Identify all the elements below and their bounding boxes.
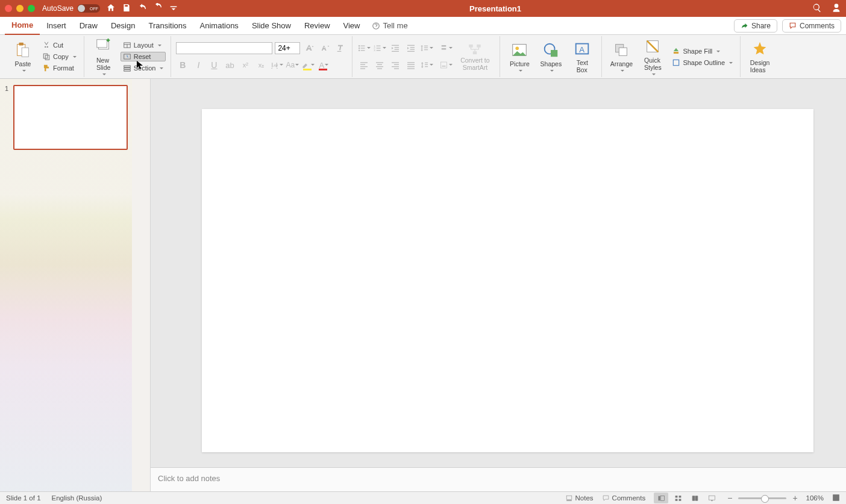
fit-to-window-button[interactable]	[832, 494, 840, 503]
tab-transitions[interactable]: Transitions	[142, 17, 193, 35]
autosave-label: AutoSave	[42, 4, 74, 13]
decrease-indent-icon[interactable]	[389, 42, 402, 55]
quick-styles-button[interactable]: Quick Styles	[638, 37, 667, 76]
home-icon[interactable]	[106, 3, 116, 14]
slide-thumbnail-pane[interactable]: 1	[0, 79, 151, 491]
justify-icon[interactable]	[404, 58, 418, 72]
language-status[interactable]: English (Russia)	[52, 494, 102, 502]
strikethrough-icon[interactable]: ab	[223, 58, 236, 72]
svg-text:3: 3	[374, 49, 376, 52]
font-name-input[interactable]	[176, 42, 272, 54]
tab-slideshow[interactable]: Slide Show	[245, 17, 298, 35]
maximize-window-button[interactable]	[28, 5, 35, 12]
shapes-button[interactable]: Shapes	[536, 41, 565, 72]
line-spacing-icon[interactable]	[420, 42, 433, 55]
tell-me[interactable]: Tell me	[372, 21, 408, 30]
autosave-toggle[interactable]: AutoSave OFF	[42, 4, 100, 13]
save-icon[interactable]	[122, 3, 131, 14]
tab-animations[interactable]: Animations	[193, 17, 245, 35]
align-right-icon[interactable]	[389, 58, 402, 72]
font-size-input[interactable]	[275, 42, 300, 54]
svg-rect-28	[392, 45, 399, 46]
cut-button[interactable]: Cut	[40, 40, 79, 50]
zoom-in-button[interactable]: +	[792, 493, 797, 503]
picture-button[interactable]: Picture	[505, 41, 534, 72]
close-window-button[interactable]	[5, 5, 12, 12]
svg-rect-21	[361, 50, 365, 51]
account-icon[interactable]	[832, 3, 841, 14]
window-controls	[5, 5, 35, 12]
svg-rect-68	[566, 496, 572, 500]
format-painter-button[interactable]: Format	[40, 63, 79, 73]
zoom-level[interactable]: 106%	[806, 494, 824, 502]
search-icon[interactable]	[812, 3, 822, 14]
svg-rect-13	[124, 67, 130, 69]
reset-button[interactable]: Reset	[121, 52, 166, 61]
autosave-switch[interactable]: OFF	[77, 4, 100, 13]
slide-counter[interactable]: Slide 1 of 1	[6, 494, 41, 502]
comments-button[interactable]: Comments	[782, 19, 841, 33]
svg-rect-56	[473, 52, 477, 55]
svg-rect-23	[377, 46, 381, 46]
customize-qat-icon[interactable]	[169, 3, 178, 14]
copy-button[interactable]: Copy	[40, 52, 79, 61]
svg-rect-72	[675, 496, 677, 497]
minimize-window-button[interactable]	[16, 5, 24, 12]
slideshow-view-button[interactable]	[704, 493, 719, 503]
paste-button[interactable]: Paste	[8, 41, 37, 72]
increase-indent-icon[interactable]	[404, 42, 418, 55]
slide-thumbnail-1[interactable]: 1	[5, 85, 145, 150]
comments-toggle[interactable]: Comments	[602, 494, 646, 502]
increase-font-icon[interactable]	[302, 42, 316, 55]
character-spacing-icon[interactable]: AV	[270, 58, 283, 72]
status-bar: Slide 1 of 1 English (Russia) Notes Comm…	[0, 491, 846, 504]
thumbnail-preview[interactable]	[13, 85, 128, 150]
notes-pane[interactable]: Click to add notes	[151, 467, 846, 491]
normal-view-button[interactable]	[654, 493, 668, 503]
slide-canvas[interactable]	[202, 109, 813, 452]
shape-fill-button[interactable]: Shape Fill	[669, 46, 735, 56]
notes-toggle[interactable]: Notes	[565, 494, 594, 502]
section-button[interactable]: Section	[121, 63, 166, 73]
change-case-icon[interactable]: Aa	[286, 58, 299, 72]
new-slide-button[interactable]: New Slide	[89, 37, 118, 76]
align-text-icon[interactable]	[439, 58, 453, 72]
zoom-slider[interactable]	[738, 497, 786, 499]
svg-rect-51	[407, 68, 415, 69]
highlight-color-icon[interactable]	[301, 58, 315, 72]
zoom-out-button[interactable]: −	[727, 493, 732, 503]
share-button[interactable]: Share	[734, 19, 777, 33]
tab-review[interactable]: Review	[298, 17, 337, 35]
slide-sorter-view-button[interactable]	[671, 493, 685, 503]
clear-formatting-icon[interactable]	[334, 42, 347, 55]
svg-rect-42	[376, 66, 383, 67]
italic-icon[interactable]: I	[192, 58, 205, 72]
repeat-icon[interactable]	[153, 3, 163, 14]
numbering-icon[interactable]: 123	[373, 42, 386, 55]
reading-view-button[interactable]	[688, 493, 702, 503]
tab-draw[interactable]: Draw	[73, 17, 104, 35]
tab-view[interactable]: View	[337, 17, 367, 35]
tab-insert[interactable]: Insert	[40, 17, 73, 35]
convert-smartart-button[interactable]: Convert to SmartArt	[455, 42, 495, 71]
columns-icon[interactable]	[420, 58, 433, 72]
subscript-icon[interactable]: x₂	[254, 58, 268, 72]
slide-canvas-area[interactable]	[151, 79, 846, 491]
font-color-icon[interactable]: A	[317, 58, 330, 72]
align-left-icon[interactable]	[357, 58, 371, 72]
bold-icon[interactable]: B	[176, 58, 189, 72]
arrange-button[interactable]: Arrange	[607, 41, 636, 72]
undo-icon[interactable]	[137, 3, 147, 14]
tab-home[interactable]: Home	[5, 17, 40, 35]
shape-outline-button[interactable]: Shape Outline	[669, 58, 735, 67]
bullets-icon[interactable]	[357, 42, 371, 55]
layout-button[interactable]: Layout	[121, 40, 166, 50]
textbox-button[interactable]: AText Box	[568, 40, 597, 73]
tab-design[interactable]: Design	[104, 17, 142, 35]
decrease-font-icon[interactable]	[318, 42, 331, 55]
superscript-icon[interactable]: x²	[239, 58, 252, 72]
underline-icon[interactable]: U	[207, 58, 221, 72]
text-direction-icon[interactable]	[439, 42, 453, 55]
design-ideas-button[interactable]: Design Ideas	[745, 40, 774, 73]
align-center-icon[interactable]	[373, 58, 386, 72]
